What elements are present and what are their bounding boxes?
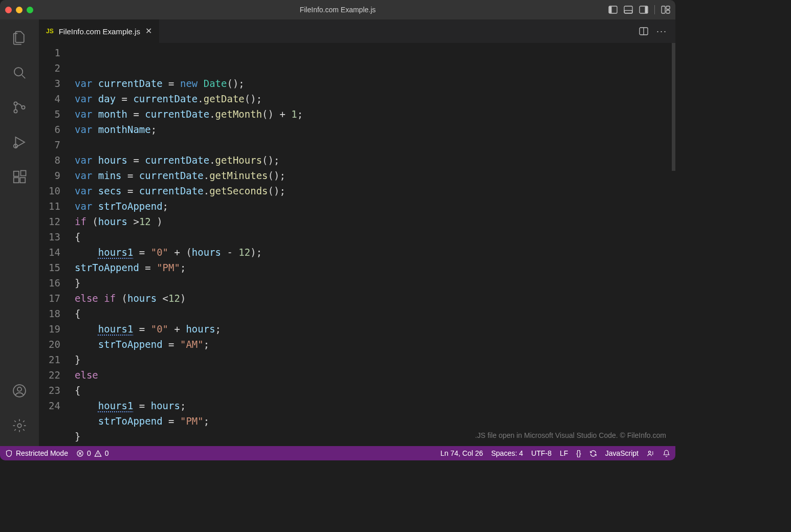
svg-rect-8	[666, 10, 670, 13]
scrollbar[interactable]	[672, 43, 675, 171]
language-brace-icon[interactable]: {}	[576, 449, 581, 457]
code-line[interactable]: {	[75, 383, 675, 398]
code-line[interactable]: var mins = currentDate.getMinutes();	[75, 168, 675, 183]
feedback-icon[interactable]	[647, 450, 654, 457]
file-language-badge: JS	[46, 28, 54, 35]
run-debug-icon[interactable]	[7, 130, 32, 154]
code-line[interactable]: hours1 = "0" + hours;	[75, 321, 675, 337]
svg-rect-17	[21, 171, 26, 176]
status-bar: Restricted Mode 0 0 Ln 74, Col 26 Spaces…	[0, 446, 675, 460]
titlebar: FileInfo.com Example.js	[0, 0, 675, 19]
svg-rect-15	[14, 178, 19, 183]
code-line[interactable]: else	[75, 367, 675, 383]
line-number: 8	[39, 152, 60, 168]
settings-gear-icon[interactable]	[7, 413, 32, 438]
more-actions-icon[interactable]: ···	[656, 26, 667, 37]
accounts-icon[interactable]	[7, 379, 32, 403]
line-number: 2	[39, 60, 60, 76]
encoding-button[interactable]: UTF-8	[531, 449, 552, 457]
svg-point-11	[14, 109, 17, 113]
line-number: 11	[39, 198, 60, 214]
line-number: 10	[39, 183, 60, 198]
language-mode-button[interactable]: JavaScript	[605, 449, 639, 457]
code-line[interactable]: var day = currentDate.getDate();	[75, 91, 675, 106]
line-number: 14	[39, 245, 60, 260]
svg-rect-6	[662, 6, 665, 13]
svg-rect-5	[645, 7, 648, 13]
code-line[interactable]: var monthName;	[75, 122, 675, 137]
explorer-icon[interactable]	[7, 26, 32, 50]
code-line[interactable]: strToAppend = "AM";	[75, 337, 675, 352]
line-number: 19	[39, 321, 60, 337]
svg-point-9	[14, 68, 23, 76]
source-control-icon[interactable]	[7, 95, 32, 120]
line-number: 3	[39, 76, 60, 91]
line-number: 7	[39, 137, 60, 152]
activity-bar	[0, 19, 39, 446]
code-line[interactable]: {	[75, 306, 675, 321]
window-maximize-button[interactable]	[27, 7, 33, 13]
line-number: 1	[39, 45, 60, 60]
window-minimize-button[interactable]	[16, 7, 23, 13]
svg-point-12	[21, 106, 25, 109]
ports-sync-icon[interactable]	[589, 450, 597, 457]
line-number: 22	[39, 367, 60, 383]
notifications-bell-icon[interactable]	[663, 450, 670, 457]
code-line[interactable]: if (hours >12 )	[75, 214, 675, 229]
toggle-primary-panel-icon[interactable]	[608, 5, 618, 14]
problems-button[interactable]: 0 0	[76, 449, 109, 457]
code-content[interactable]: var currentDate = new Date();var day = c…	[75, 43, 675, 446]
code-line[interactable]: hours1 = "0" + (hours - 12);	[75, 245, 675, 260]
split-editor-icon[interactable]	[639, 27, 648, 36]
restricted-mode-button[interactable]: Restricted Mode	[5, 449, 68, 457]
watermark-caption: .JS file open in Microsoft Visual Studio…	[475, 428, 666, 443]
line-number: 24	[39, 398, 60, 413]
code-line[interactable]: var strToAppend;	[75, 198, 675, 214]
extensions-icon[interactable]	[7, 165, 32, 189]
svg-point-19	[17, 387, 21, 391]
customize-layout-icon[interactable]	[661, 5, 670, 14]
code-line[interactable]: }	[75, 275, 675, 291]
code-line[interactable]	[75, 137, 675, 152]
close-tab-icon[interactable]: ✕	[145, 27, 152, 35]
svg-point-24	[648, 451, 650, 453]
toggle-secondary-panel-icon[interactable]	[639, 5, 648, 14]
line-number: 16	[39, 275, 60, 291]
code-line[interactable]: var hours = currentDate.getHours();	[75, 152, 675, 168]
tab-file-name: FileInfo.com Example.js	[59, 27, 140, 36]
window-title: FileInfo.com Example.js	[0, 6, 675, 14]
svg-point-10	[14, 102, 17, 105]
code-line[interactable]: strToAppend = "PM";	[75, 260, 675, 275]
code-line[interactable]: var month = currentDate.getMonth() + 1;	[75, 106, 675, 122]
svg-rect-2	[624, 6, 632, 13]
cursor-position-button[interactable]: Ln 74, Col 26	[441, 449, 483, 457]
eol-button[interactable]: LF	[560, 449, 568, 457]
line-number: 23	[39, 383, 60, 398]
code-line[interactable]: var currentDate = new Date();	[75, 76, 675, 91]
svg-rect-1	[609, 7, 612, 13]
window-close-button[interactable]	[5, 7, 12, 13]
line-number: 17	[39, 291, 60, 306]
line-number-gutter: 123456789101112131415161718192021222324	[39, 43, 75, 446]
line-number: 18	[39, 306, 60, 321]
warning-count: 0	[105, 449, 109, 457]
indentation-button[interactable]: Spaces: 4	[491, 449, 523, 457]
editor-tab[interactable]: JS FileInfo.com Example.js ✕	[39, 19, 160, 43]
line-number: 20	[39, 337, 60, 352]
code-line[interactable]: var secs = currentDate.getSeconds();	[75, 183, 675, 198]
search-icon[interactable]	[7, 60, 32, 85]
code-line[interactable]: hours1 = hours;	[75, 398, 675, 413]
line-number: 12	[39, 214, 60, 229]
code-editor[interactable]: 123456789101112131415161718192021222324 …	[39, 43, 675, 446]
code-line[interactable]: }	[75, 352, 675, 367]
error-count: 0	[87, 449, 91, 457]
restricted-mode-label: Restricted Mode	[16, 449, 68, 457]
svg-rect-3	[625, 11, 632, 13]
code-line[interactable]: else if (hours <12)	[75, 291, 675, 306]
svg-rect-7	[666, 6, 670, 9]
svg-rect-16	[20, 178, 25, 183]
code-line[interactable]: {	[75, 229, 675, 245]
toggle-bottom-panel-icon[interactable]	[624, 5, 633, 14]
vscode-window: FileInfo.com Example.js	[0, 0, 675, 460]
code-line[interactable]: strToAppend = "PM";	[75, 413, 675, 429]
